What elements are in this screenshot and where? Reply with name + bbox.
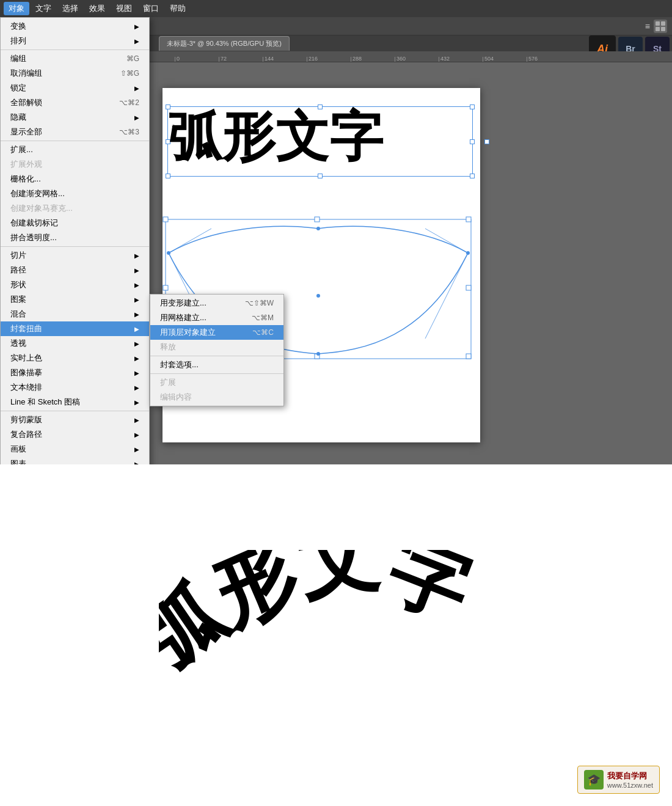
menu-row-slice[interactable]: 切片 ▶ bbox=[1, 248, 149, 263]
menu-section-5: 剪切蒙版 ▶ 复合路径 ▶ 画板 ▶ 图表 ▶ bbox=[1, 411, 149, 464]
ruler-mark-432: 432 bbox=[439, 57, 483, 62]
menu-row-mosaic[interactable]: 创建对象马赛克... bbox=[1, 201, 149, 216]
watermark: 🎓 我要自学网 www.51zxw.net bbox=[577, 766, 660, 794]
svg-line-14 bbox=[425, 229, 468, 253]
menu-view[interactable]: 视图 bbox=[111, 2, 137, 15]
illustrator-ui: 对象 文字 选择 效果 视图 窗口 帮助 不透明度: 100% ▼ ⊙ 对齐 变… bbox=[0, 0, 672, 464]
menu-row-pattern[interactable]: 图案 ▶ bbox=[1, 292, 149, 307]
submenu-section-1: 用变形建立... ⌥⇧⌘W 用网格建立... ⌥⌘M 用顶层对象建立 ⌥⌘C 释… bbox=[150, 295, 283, 356]
submenu-row-release[interactable]: 释放 bbox=[150, 340, 283, 354]
menu-row-path[interactable]: 路径 ▶ bbox=[1, 263, 149, 277]
watermark-text: 我要自学网 www.51zxw.net bbox=[607, 771, 653, 789]
submenu-row-expand[interactable]: 扩展 bbox=[150, 375, 283, 390]
submenu-row-options[interactable]: 封套选项... bbox=[150, 357, 283, 372]
arc-text-demo-container: 弧形文字 bbox=[159, 550, 525, 733]
arc-text-svg: 弧形文字 bbox=[159, 550, 538, 733]
watermark-emoji: 🎓 bbox=[587, 773, 601, 786]
menu-row-gradient-mesh[interactable]: 创建渐变网格... bbox=[1, 186, 149, 201]
svg-rect-8 bbox=[466, 285, 471, 290]
menu-object[interactable]: 对象 bbox=[4, 2, 29, 15]
menu-row-rasterize[interactable]: 栅格化... bbox=[1, 172, 149, 186]
menu-row-compound-path[interactable]: 复合路径 ▶ bbox=[1, 427, 149, 442]
menu-row-lock[interactable]: 锁定 ▶ bbox=[1, 81, 149, 95]
ruler-mark-144: 144 bbox=[263, 57, 307, 62]
watermark-url: www.51zxw.net bbox=[607, 782, 653, 789]
menu-row-arrange[interactable]: 排列 ▶ bbox=[1, 34, 149, 48]
menu-row-artboard[interactable]: 画板 ▶ bbox=[1, 442, 149, 456]
ruler-mark-288: 288 bbox=[351, 57, 395, 62]
handle-bl[interactable] bbox=[166, 174, 170, 178]
svg-point-10 bbox=[316, 352, 320, 356]
handle-bm[interactable] bbox=[318, 174, 323, 178]
menu-section-2: 编组 ⌘G 取消编组 ⇧⌘G 锁定 ▶ 全部解锁 ⌥⌘2 隐藏 ▶ 显示全部 ⌥… bbox=[1, 50, 149, 141]
handle-tr[interactable] bbox=[470, 104, 475, 109]
arrange-panels-icon[interactable] bbox=[654, 20, 667, 33]
bottom-section: 弧形文字 🎓 我要自学网 www.51zxw.net bbox=[0, 464, 672, 806]
menu-row-image-trace[interactable]: 图像描摹 ▶ bbox=[1, 365, 149, 380]
ruler-marks: 0 72 144 216 288 360 432 504 576 bbox=[175, 51, 571, 62]
submenu-section-3: 扩展 编辑内容 bbox=[150, 374, 283, 406]
svg-text:弧形文字: 弧形文字 bbox=[159, 550, 483, 685]
ruler-mark-216: 216 bbox=[307, 57, 351, 62]
menu-section-1: 变换 ▶ 排列 ▶ bbox=[1, 18, 149, 50]
menu-window[interactable]: 窗口 bbox=[138, 2, 164, 15]
selection-bounding-box: 弧形文字 bbox=[167, 106, 473, 177]
menu-section-3: 扩展... 扩展外观 栅格化... 创建渐变网格... 创建对象马赛克... 创… bbox=[1, 141, 149, 247]
menu-row-live-paint[interactable]: 实时上色 ▶ bbox=[1, 351, 149, 365]
watermark-site-name: 我要自学网 bbox=[607, 771, 653, 782]
submenu-row-top-object[interactable]: 用顶层对象建立 ⌥⌘C bbox=[150, 325, 283, 340]
ruler-mark-576: 576 bbox=[527, 57, 571, 62]
svg-rect-2 bbox=[466, 217, 471, 222]
ruler-mark-72: 72 bbox=[219, 57, 263, 62]
svg-rect-4 bbox=[466, 354, 471, 359]
svg-line-16 bbox=[425, 253, 468, 339]
menu-row-group[interactable]: 编组 ⌘G bbox=[1, 51, 149, 66]
svg-rect-7 bbox=[163, 285, 168, 290]
svg-point-9 bbox=[316, 227, 320, 230]
menu-row-show-all[interactable]: 显示全部 ⌥⌘3 bbox=[1, 125, 149, 139]
menu-row-blend[interactable]: 混合 ▶ bbox=[1, 307, 149, 321]
menu-section-4: 切片 ▶ 路径 ▶ 形状 ▶ 图案 ▶ 混合 ▶ 封套扭曲 ▶ bbox=[1, 247, 149, 411]
menu-row-text-wrap[interactable]: 文本绕排 ▶ bbox=[1, 380, 149, 395]
menu-help[interactable]: 帮助 bbox=[165, 2, 191, 15]
menu-row-expand-appearance[interactable]: 扩展外观 bbox=[1, 157, 149, 172]
submenu-section-2: 封套选项... bbox=[150, 356, 283, 374]
menu-row-line-sketch[interactable]: Line 和 Sketch 图稿 ▶ bbox=[1, 395, 149, 409]
submenu-row-warp[interactable]: 用变形建立... ⌥⇧⌘W bbox=[150, 296, 283, 310]
menu-row-transform[interactable]: 变换 ▶ bbox=[1, 19, 149, 34]
ruler-mark-504: 504 bbox=[483, 57, 527, 62]
toolbar-right: ≡ bbox=[645, 20, 667, 33]
handle-mr-ext[interactable] bbox=[484, 139, 489, 144]
menu-row-perspective[interactable]: 透视 ▶ bbox=[1, 336, 149, 351]
svg-line-13 bbox=[169, 229, 211, 253]
menu-row-chart[interactable]: 图表 ▶ bbox=[1, 456, 149, 464]
svg-point-17 bbox=[316, 294, 320, 298]
menu-row-ungroup[interactable]: 取消编组 ⇧⌘G bbox=[1, 66, 149, 81]
handle-mr[interactable] bbox=[470, 139, 475, 144]
svg-rect-5 bbox=[315, 217, 320, 222]
ruler-mark-0: 0 bbox=[175, 57, 219, 62]
submenu-envelope: 用变形建立... ⌥⇧⌘W 用网格建立... ⌥⌘M 用顶层对象建立 ⌥⌘C 释… bbox=[150, 294, 284, 406]
menu-row-shape[interactable]: 形状 ▶ bbox=[1, 277, 149, 292]
menu-select[interactable]: 选择 bbox=[57, 2, 83, 15]
menu-row-hide[interactable]: 隐藏 ▶ bbox=[1, 110, 149, 125]
menu-row-flatten[interactable]: 拼合透明度... bbox=[1, 230, 149, 245]
menu-row-unlock-all[interactable]: 全部解锁 ⌥⌘2 bbox=[1, 95, 149, 110]
doc-tab[interactable]: 未标题-3* @ 90.43% (RGB/GPU 预览) bbox=[159, 36, 290, 51]
menu-row-expand[interactable]: 扩展... bbox=[1, 142, 149, 157]
watermark-icon: 🎓 bbox=[584, 770, 604, 790]
menu-row-clipping-mask[interactable]: 剪切蒙版 ▶ bbox=[1, 412, 149, 427]
canvas-artwork-text: 弧形文字 bbox=[168, 110, 383, 164]
menu-effect[interactable]: 效果 bbox=[84, 2, 110, 15]
panel-menu-icon[interactable]: ≡ bbox=[645, 21, 650, 31]
menu-bar: 对象 文字 选择 效果 视图 窗口 帮助 bbox=[0, 0, 672, 17]
submenu-row-edit-content[interactable]: 编辑内容 bbox=[150, 390, 283, 405]
menu-row-crop-marks[interactable]: 创建裁切标记 bbox=[1, 216, 149, 230]
submenu-row-mesh[interactable]: 用网格建立... ⌥⌘M bbox=[150, 310, 283, 325]
dropdown-menu: 变换 ▶ 排列 ▶ 编组 ⌘G 取消编组 ⇧⌘G 锁定 ▶ 全部解锁 bbox=[0, 17, 150, 464]
handle-br[interactable] bbox=[470, 174, 475, 178]
svg-rect-1 bbox=[163, 217, 168, 222]
menu-text[interactable]: 文字 bbox=[31, 2, 56, 15]
menu-row-envelope[interactable]: 封套扭曲 ▶ bbox=[1, 321, 149, 336]
ruler-mark-360: 360 bbox=[395, 57, 439, 62]
